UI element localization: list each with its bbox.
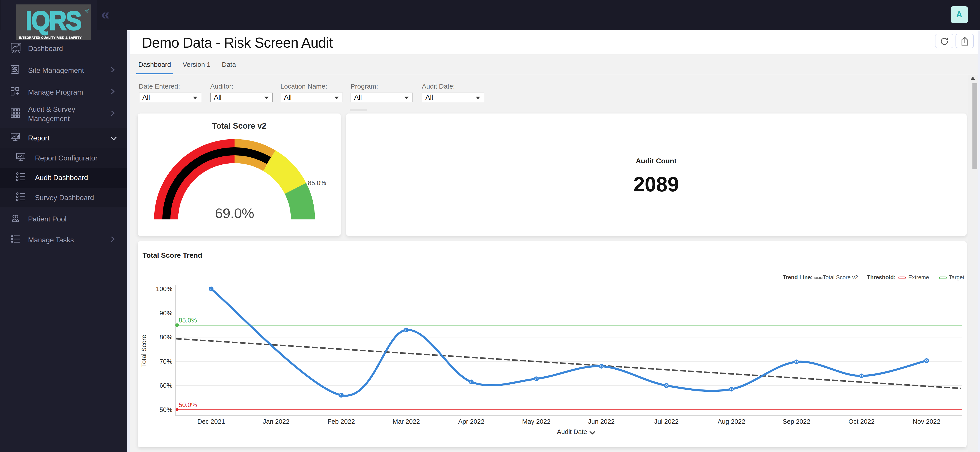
svg-text:Total Score Trend: Total Score Trend	[143, 251, 202, 259]
svg-text:Jan 2022: Jan 2022	[263, 418, 290, 425]
svg-text:Dec 2021: Dec 2021	[197, 418, 225, 425]
svg-text:85.0%: 85.0%	[179, 317, 197, 324]
svg-text:Jun 2022: Jun 2022	[588, 418, 614, 425]
svg-text:70%: 70%	[159, 358, 172, 365]
svg-text:Oct 2022: Oct 2022	[848, 418, 875, 425]
svg-text:50%: 50%	[159, 406, 172, 413]
svg-text:80%: 80%	[159, 334, 172, 341]
svg-text:Jul 2022: Jul 2022	[654, 418, 679, 425]
svg-text:Total Score v2: Total Score v2	[823, 274, 858, 281]
svg-text:Target: Target	[949, 274, 964, 281]
svg-text:Trend Line:: Trend Line:	[783, 274, 813, 281]
svg-text:90%: 90%	[159, 309, 172, 317]
svg-text:Audit Date: Audit Date	[557, 428, 587, 435]
svg-text:Feb 2022: Feb 2022	[328, 418, 355, 425]
svg-text:Threshold:: Threshold:	[867, 274, 896, 281]
svg-text:Nov 2022: Nov 2022	[913, 418, 940, 425]
svg-text:50.0%: 50.0%	[179, 401, 197, 408]
svg-text:Total Score: Total Score	[140, 335, 148, 367]
svg-text:100%: 100%	[156, 285, 172, 292]
svg-text:Aug 2022: Aug 2022	[718, 418, 745, 425]
svg-text:Sep 2022: Sep 2022	[783, 418, 810, 425]
svg-text:Apr 2022: Apr 2022	[458, 418, 484, 425]
svg-text:60%: 60%	[159, 382, 172, 389]
svg-text:Extreme: Extreme	[908, 274, 929, 281]
svg-text:May 2022: May 2022	[522, 418, 550, 425]
svg-text:Mar 2022: Mar 2022	[393, 418, 420, 425]
